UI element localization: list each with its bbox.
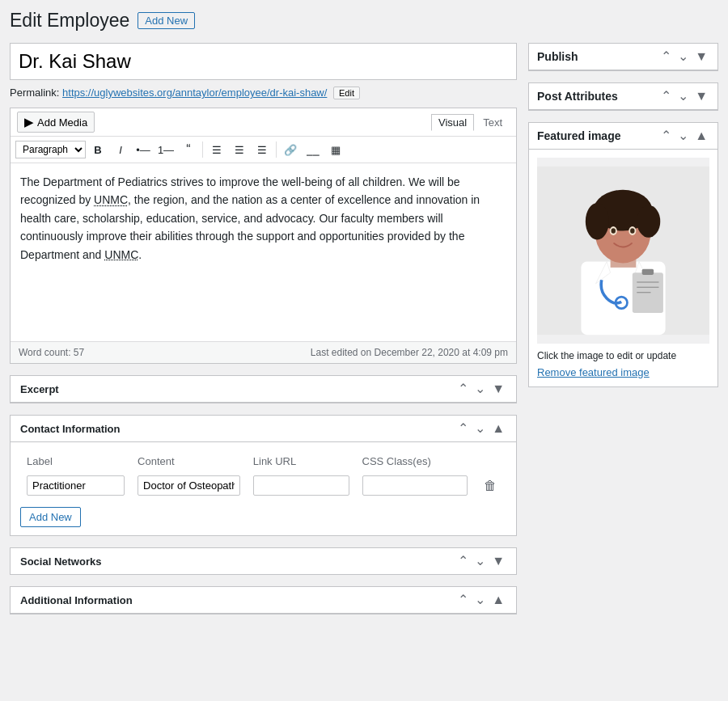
align-left-button[interactable]: ☰ [206,140,227,159]
additional-up-button[interactable]: ⌃ [456,593,470,606]
main-layout: Permalink: https://uglywebsites.org/annt… [10,43,718,626]
featured-image-thumbnail[interactable] [537,158,709,344]
post-attr-up-button[interactable]: ⌃ [659,90,673,103]
tab-text[interactable]: Text [476,114,510,131]
contact-up-button[interactable]: ⌃ [456,422,470,435]
contact-css-input[interactable] [362,475,468,496]
additional-down-button[interactable]: ⌄ [473,593,487,606]
col-actions [474,450,506,472]
featured-image-header[interactable]: Featured image ⌃ ⌄ ▲ [529,123,717,150]
social-networks-controls: ⌃ ⌄ ▼ [456,555,506,568]
featured-img-toggle-button[interactable]: ▲ [693,129,709,142]
publish-title: Publish [537,50,578,63]
contact-info-controls: ⌃ ⌄ ▲ [456,422,506,435]
italic-button[interactable]: I [110,140,131,159]
post-attr-toggle-button[interactable]: ▼ [693,90,709,103]
contact-label-input[interactable] [27,475,125,496]
additional-info-title: Additional Information [20,594,133,606]
social-up-button[interactable]: ⌃ [456,555,470,568]
table-button[interactable]: ▦ [325,140,346,159]
excerpt-metabox: Excerpt ⌃ ⌄ ▼ [10,375,517,403]
social-toggle-button[interactable]: ▼ [490,555,506,568]
excerpt-title: Excerpt [20,383,59,395]
tab-visual[interactable]: Visual [431,114,474,131]
permalink-url[interactable]: https://uglywebsites.org/anntaylor/emplo… [62,87,327,99]
additional-info-header[interactable]: Additional Information ⌃ ⌄ ▲ [11,587,516,614]
featured-image-title: Featured image [537,129,620,142]
post-title-input[interactable] [10,43,517,80]
align-center-button[interactable]: ☰ [229,140,250,159]
ordered-list-button[interactable]: 1— [155,140,176,159]
publish-panel-header[interactable]: Publish ⌃ ⌄ ▼ [529,44,717,70]
excerpt-up-button[interactable]: ⌃ [456,382,470,395]
publish-controls: ⌃ ⌄ ▼ [659,50,709,63]
editor-content[interactable]: The Department of Pediatrics strives to … [11,163,516,341]
contact-info-body: Label Content Link URL CSS Class(es) 🗑 [11,442,516,535]
publish-up-button[interactable]: ⌃ [659,50,673,63]
contact-link-input[interactable] [253,475,349,496]
last-edited: Last edited on December 22, 2020 at 4:09… [311,347,508,358]
contact-table-body: 🗑 [20,472,506,499]
contact-content-input[interactable] [138,475,240,496]
post-attributes-panel: Post Attributes ⌃ ⌄ ▼ [528,82,718,111]
add-new-row-button[interactable]: Add New [20,507,81,527]
contact-down-button[interactable]: ⌄ [473,422,487,435]
add-media-button[interactable]: ▶ Add Media [17,112,95,133]
social-down-button[interactable]: ⌄ [473,555,487,568]
unordered-list-button[interactable]: •— [133,140,154,159]
additional-info-controls: ⌃ ⌄ ▲ [456,593,506,606]
svg-point-10 [630,228,634,233]
contact-info-title: Contact Information [20,423,121,435]
bold-button[interactable]: B [87,140,108,159]
word-count: Word count: 57 [19,347,84,358]
blockquote-button[interactable]: “ [178,140,199,159]
remove-featured-image-button[interactable]: Remove featured image [537,366,650,378]
svg-point-6 [637,205,660,238]
table-row: 🗑 [20,472,506,499]
permalink-edit-button[interactable]: Edit [333,87,360,99]
permalink-label: Permalink: [10,87,59,99]
excerpt-metabox-header[interactable]: Excerpt ⌃ ⌄ ▼ [11,376,516,403]
add-media-label: Add Media [37,116,87,129]
editor-paragraph: The Department of Pediatrics strives to … [20,173,506,264]
permalink-row: Permalink: https://uglywebsites.org/annt… [10,87,517,99]
publish-down-button[interactable]: ⌄ [676,50,690,63]
additional-info-metabox: Additional Information ⌃ ⌄ ▲ [10,586,517,614]
col-link-url: Link URL [247,450,356,472]
social-networks-metabox: Social Networks ⌃ ⌄ ▼ [10,547,517,575]
featured-image-body: Click the image to edit or update Remove… [529,150,717,386]
featured-image-panel: Featured image ⌃ ⌄ ▲ [528,122,718,387]
featured-img-up-button[interactable]: ⌃ [659,129,673,142]
post-attributes-header[interactable]: Post Attributes ⌃ ⌄ ▼ [529,83,717,110]
more-button[interactable]: ⎯⎯ [303,140,324,159]
excerpt-controls: ⌃ ⌄ ▼ [456,382,506,395]
editor-footer: Word count: 57 Last edited on December 2… [11,341,516,363]
contact-info-header[interactable]: Contact Information ⌃ ⌄ ▲ [11,416,516,442]
unmc-1: UNMC [94,193,128,206]
excerpt-down-button[interactable]: ⌄ [473,382,487,395]
page-header: Edit Employee Add New [10,10,718,32]
additional-toggle-button[interactable]: ▲ [490,593,506,606]
social-networks-header[interactable]: Social Networks ⌃ ⌄ ▼ [11,548,516,574]
add-new-button[interactable]: Add New [138,12,195,29]
contact-info-metabox: Contact Information ⌃ ⌄ ▲ Label Content … [10,415,517,536]
formatting-bar: Paragraph Heading 1 Heading 2 B I •— 1— … [11,137,516,163]
delete-row-button[interactable]: 🗑 [480,477,500,495]
publish-toggle-button[interactable]: ▼ [693,50,709,63]
format-select[interactable]: Paragraph Heading 1 Heading 2 [15,141,86,158]
add-media-icon: ▶ [24,115,34,129]
contact-table-header-row: Label Content Link URL CSS Class(es) [20,450,506,472]
featured-image-controls: ⌃ ⌄ ▲ [659,129,709,142]
align-right-button[interactable]: ☰ [252,140,273,159]
excerpt-toggle-button[interactable]: ▼ [490,382,506,395]
contact-toggle-button[interactable]: ▲ [490,422,506,435]
featured-img-down-button[interactable]: ⌄ [676,129,690,142]
post-attr-down-button[interactable]: ⌄ [676,90,690,103]
unmc-2: UNMC [104,248,138,261]
svg-rect-15 [642,269,654,275]
side-column: Publish ⌃ ⌄ ▼ Post Attributes ⌃ ⌄ ▼ [528,43,718,399]
fmt-separator-1 [202,141,203,158]
editor-box: ▶ Add Media Visual Text Paragraph Headin… [10,108,517,364]
link-button[interactable]: 🔗 [280,140,301,159]
view-tabs: Visual Text [431,114,510,131]
